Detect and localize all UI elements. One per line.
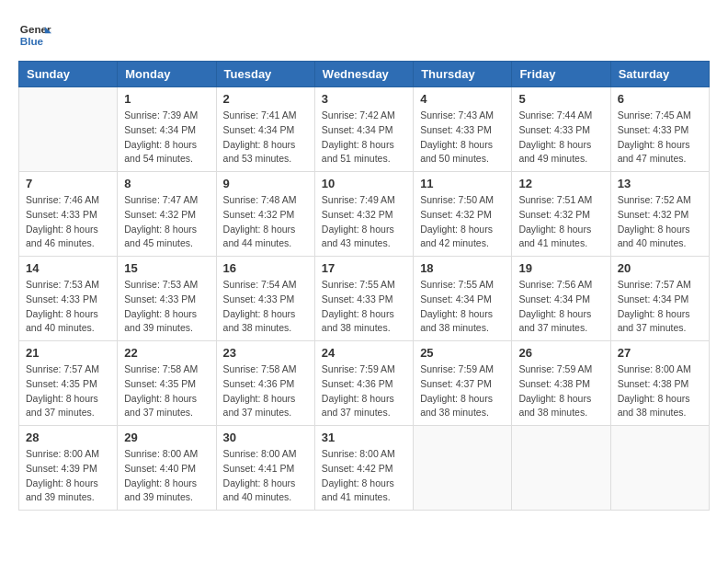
weekday-header-row: SundayMondayTuesdayWednesdayThursdayFrid… bbox=[19, 62, 710, 87]
day-info: Sunrise: 7:50 AM Sunset: 4:32 PM Dayligh… bbox=[420, 193, 505, 251]
day-cell: 20Sunrise: 7:57 AM Sunset: 4:34 PM Dayli… bbox=[610, 257, 709, 341]
day-info: Sunrise: 8:00 AM Sunset: 4:40 PM Dayligh… bbox=[124, 447, 209, 505]
day-info: Sunrise: 7:39 AM Sunset: 4:34 PM Dayligh… bbox=[124, 109, 209, 167]
weekday-header-tuesday: Tuesday bbox=[216, 62, 314, 87]
day-cell: 21Sunrise: 7:57 AM Sunset: 4:35 PM Dayli… bbox=[19, 341, 118, 426]
day-info: Sunrise: 7:57 AM Sunset: 4:35 PM Dayligh… bbox=[26, 362, 110, 420]
day-cell bbox=[414, 426, 512, 511]
day-number: 22 bbox=[124, 346, 209, 360]
day-number: 12 bbox=[518, 177, 603, 190]
day-cell: 3Sunrise: 7:42 AM Sunset: 4:34 PM Daylig… bbox=[314, 87, 413, 172]
logo-icon: General Blue bbox=[18, 18, 51, 52]
day-info: Sunrise: 8:00 AM Sunset: 4:41 PM Dayligh… bbox=[223, 447, 308, 505]
day-cell: 8Sunrise: 7:47 AM Sunset: 4:32 PM Daylig… bbox=[118, 172, 216, 257]
day-number: 21 bbox=[26, 346, 110, 360]
day-cell: 2Sunrise: 7:41 AM Sunset: 4:34 PM Daylig… bbox=[216, 87, 314, 172]
day-cell: 17Sunrise: 7:55 AM Sunset: 4:33 PM Dayli… bbox=[314, 257, 413, 341]
day-cell: 26Sunrise: 7:59 AM Sunset: 4:38 PM Dayli… bbox=[512, 341, 610, 426]
day-info: Sunrise: 7:53 AM Sunset: 4:33 PM Dayligh… bbox=[124, 278, 209, 336]
day-info: Sunrise: 7:54 AM Sunset: 4:33 PM Dayligh… bbox=[223, 278, 308, 336]
day-number: 11 bbox=[420, 177, 505, 190]
day-number: 24 bbox=[322, 346, 406, 360]
day-number: 14 bbox=[26, 261, 110, 275]
week-row-5: 28Sunrise: 8:00 AM Sunset: 4:39 PM Dayli… bbox=[19, 426, 710, 511]
day-info: Sunrise: 7:58 AM Sunset: 4:36 PM Dayligh… bbox=[223, 362, 308, 420]
day-number: 16 bbox=[223, 261, 308, 275]
day-number: 31 bbox=[322, 431, 406, 444]
day-info: Sunrise: 7:58 AM Sunset: 4:35 PM Dayligh… bbox=[124, 362, 209, 420]
day-number: 23 bbox=[223, 346, 308, 360]
day-info: Sunrise: 7:51 AM Sunset: 4:32 PM Dayligh… bbox=[518, 193, 603, 251]
day-info: Sunrise: 7:59 AM Sunset: 4:36 PM Dayligh… bbox=[322, 362, 406, 420]
day-cell: 16Sunrise: 7:54 AM Sunset: 4:33 PM Dayli… bbox=[216, 257, 314, 341]
day-info: Sunrise: 7:52 AM Sunset: 4:32 PM Dayligh… bbox=[618, 193, 702, 251]
day-cell: 25Sunrise: 7:59 AM Sunset: 4:37 PM Dayli… bbox=[414, 341, 512, 426]
day-cell: 19Sunrise: 7:56 AM Sunset: 4:34 PM Dayli… bbox=[512, 257, 610, 341]
day-number: 7 bbox=[26, 177, 110, 190]
calendar-table: SundayMondayTuesdayWednesdayThursdayFrid… bbox=[18, 61, 710, 511]
day-cell: 29Sunrise: 8:00 AM Sunset: 4:40 PM Dayli… bbox=[118, 426, 216, 511]
day-number: 4 bbox=[420, 92, 505, 106]
day-number: 25 bbox=[420, 346, 505, 360]
day-number: 13 bbox=[618, 177, 702, 190]
day-cell: 13Sunrise: 7:52 AM Sunset: 4:32 PM Dayli… bbox=[610, 172, 709, 257]
day-info: Sunrise: 7:41 AM Sunset: 4:34 PM Dayligh… bbox=[223, 109, 308, 167]
day-number: 5 bbox=[518, 92, 603, 106]
day-info: Sunrise: 7:53 AM Sunset: 4:33 PM Dayligh… bbox=[26, 278, 110, 336]
day-cell: 5Sunrise: 7:44 AM Sunset: 4:33 PM Daylig… bbox=[512, 87, 610, 172]
day-number: 29 bbox=[124, 431, 209, 444]
weekday-header-friday: Friday bbox=[512, 62, 610, 87]
day-number: 10 bbox=[322, 177, 406, 190]
day-number: 17 bbox=[322, 261, 406, 275]
day-cell: 18Sunrise: 7:55 AM Sunset: 4:34 PM Dayli… bbox=[414, 257, 512, 341]
day-number: 1 bbox=[124, 92, 209, 106]
week-row-4: 21Sunrise: 7:57 AM Sunset: 4:35 PM Dayli… bbox=[19, 341, 710, 426]
day-cell: 30Sunrise: 8:00 AM Sunset: 4:41 PM Dayli… bbox=[216, 426, 314, 511]
svg-text:Blue: Blue bbox=[20, 35, 44, 47]
day-cell: 12Sunrise: 7:51 AM Sunset: 4:32 PM Dayli… bbox=[512, 172, 610, 257]
day-number: 30 bbox=[223, 431, 308, 444]
day-cell: 1Sunrise: 7:39 AM Sunset: 4:34 PM Daylig… bbox=[118, 87, 216, 172]
day-info: Sunrise: 7:55 AM Sunset: 4:33 PM Dayligh… bbox=[322, 278, 406, 336]
day-info: Sunrise: 7:49 AM Sunset: 4:32 PM Dayligh… bbox=[322, 193, 406, 251]
logo: General Blue bbox=[18, 18, 51, 52]
weekday-header-saturday: Saturday bbox=[610, 62, 709, 87]
day-info: Sunrise: 7:56 AM Sunset: 4:34 PM Dayligh… bbox=[518, 278, 603, 336]
weekday-header-monday: Monday bbox=[118, 62, 216, 87]
day-cell: 10Sunrise: 7:49 AM Sunset: 4:32 PM Dayli… bbox=[314, 172, 413, 257]
weekday-header-wednesday: Wednesday bbox=[314, 62, 413, 87]
day-cell: 4Sunrise: 7:43 AM Sunset: 4:33 PM Daylig… bbox=[414, 87, 512, 172]
day-cell: 31Sunrise: 8:00 AM Sunset: 4:42 PM Dayli… bbox=[314, 426, 413, 511]
day-cell: 11Sunrise: 7:50 AM Sunset: 4:32 PM Dayli… bbox=[414, 172, 512, 257]
day-number: 28 bbox=[26, 431, 110, 444]
day-cell: 28Sunrise: 8:00 AM Sunset: 4:39 PM Dayli… bbox=[19, 426, 118, 511]
day-cell: 27Sunrise: 8:00 AM Sunset: 4:38 PM Dayli… bbox=[610, 341, 709, 426]
day-cell bbox=[19, 87, 118, 172]
day-number: 6 bbox=[618, 92, 702, 106]
day-cell bbox=[512, 426, 610, 511]
day-info: Sunrise: 7:46 AM Sunset: 4:33 PM Dayligh… bbox=[26, 193, 110, 251]
day-info: Sunrise: 7:45 AM Sunset: 4:33 PM Dayligh… bbox=[618, 109, 702, 167]
weekday-header-thursday: Thursday bbox=[414, 62, 512, 87]
day-number: 20 bbox=[618, 261, 702, 275]
day-number: 2 bbox=[223, 92, 308, 106]
day-cell: 7Sunrise: 7:46 AM Sunset: 4:33 PM Daylig… bbox=[19, 172, 118, 257]
page-header: General Blue bbox=[18, 18, 710, 52]
day-info: Sunrise: 8:00 AM Sunset: 4:42 PM Dayligh… bbox=[322, 447, 406, 505]
week-row-2: 7Sunrise: 7:46 AM Sunset: 4:33 PM Daylig… bbox=[19, 172, 710, 257]
day-number: 15 bbox=[124, 261, 209, 275]
day-info: Sunrise: 8:00 AM Sunset: 4:38 PM Dayligh… bbox=[618, 362, 702, 420]
day-info: Sunrise: 7:42 AM Sunset: 4:34 PM Dayligh… bbox=[322, 109, 406, 167]
day-number: 18 bbox=[420, 261, 505, 275]
day-info: Sunrise: 7:48 AM Sunset: 4:32 PM Dayligh… bbox=[223, 193, 308, 251]
day-cell: 23Sunrise: 7:58 AM Sunset: 4:36 PM Dayli… bbox=[216, 341, 314, 426]
day-number: 8 bbox=[124, 177, 209, 190]
day-info: Sunrise: 8:00 AM Sunset: 4:39 PM Dayligh… bbox=[26, 447, 110, 505]
day-cell: 6Sunrise: 7:45 AM Sunset: 4:33 PM Daylig… bbox=[610, 87, 709, 172]
day-cell bbox=[610, 426, 709, 511]
week-row-1: 1Sunrise: 7:39 AM Sunset: 4:34 PM Daylig… bbox=[19, 87, 710, 172]
day-info: Sunrise: 7:43 AM Sunset: 4:33 PM Dayligh… bbox=[420, 109, 505, 167]
day-info: Sunrise: 7:59 AM Sunset: 4:38 PM Dayligh… bbox=[518, 362, 603, 420]
weekday-header-sunday: Sunday bbox=[19, 62, 118, 87]
day-info: Sunrise: 7:57 AM Sunset: 4:34 PM Dayligh… bbox=[618, 278, 702, 336]
